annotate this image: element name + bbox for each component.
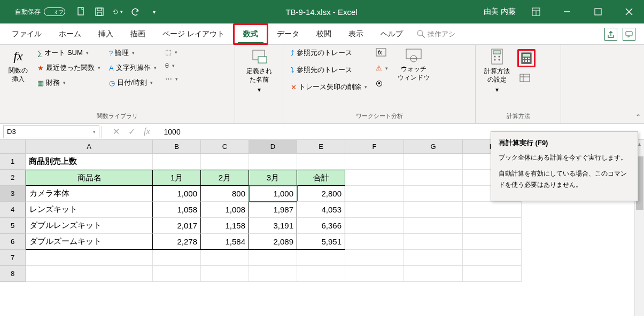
- collapse-ribbon-icon[interactable]: ⌃: [635, 113, 641, 121]
- user-name[interactable]: 由美 内藤: [484, 7, 516, 17]
- col-header-B[interactable]: B: [153, 140, 201, 154]
- cell-G4[interactable]: [404, 202, 463, 218]
- cell-A4[interactable]: レンズキット: [26, 202, 153, 218]
- cell-C6[interactable]: 1,584: [201, 234, 249, 250]
- cell-A2[interactable]: 商品名: [26, 170, 153, 186]
- row-header-1[interactable]: 1: [0, 154, 26, 170]
- cell-D4[interactable]: 1,987: [249, 202, 297, 218]
- qat-dropdown-icon[interactable]: ▾: [149, 6, 159, 17]
- autosave-toggle[interactable]: 自動保存 オフ: [15, 7, 65, 17]
- cell-G1[interactable]: [404, 154, 463, 170]
- cell-A8[interactable]: [26, 266, 153, 282]
- name-box[interactable]: D3 ▾: [3, 125, 99, 138]
- evaluate-formula-button[interactable]: ⦿: [374, 78, 390, 89]
- watch-window-button[interactable]: ウォッチ ウィンドウ: [394, 47, 433, 111]
- cell-E3[interactable]: 2,800: [297, 186, 345, 202]
- tab-view[interactable]: 表示: [340, 25, 372, 43]
- cell-C8[interactable]: [201, 266, 249, 282]
- tab-insert[interactable]: 挿入: [90, 25, 122, 43]
- cell-A5[interactable]: ダブルレンズキット: [26, 218, 153, 234]
- tab-file[interactable]: ファイル: [3, 25, 50, 43]
- col-header-F[interactable]: F: [345, 140, 404, 154]
- error-checking-button[interactable]: ⚠▾: [374, 63, 390, 73]
- insert-function-button[interactable]: fx 関数の 挿入: [5, 47, 31, 111]
- cell-G2[interactable]: [404, 170, 463, 186]
- col-header-D[interactable]: D: [249, 140, 297, 154]
- cell-C3[interactable]: 800: [201, 186, 249, 202]
- cell-H8[interactable]: [463, 266, 522, 282]
- row-header-6[interactable]: 6: [0, 234, 26, 250]
- tab-home[interactable]: ホーム: [50, 25, 90, 43]
- ribbon-options-icon[interactable]: [525, 1, 547, 22]
- cell-H7[interactable]: [463, 250, 522, 266]
- cell-D5[interactable]: 3,191: [249, 218, 297, 234]
- cell-B6[interactable]: 2,278: [153, 234, 201, 250]
- math-button[interactable]: θ▾: [163, 60, 180, 70]
- cell-D1[interactable]: [249, 154, 297, 170]
- select-all-corner[interactable]: [0, 140, 26, 154]
- redo-icon[interactable]: [130, 6, 141, 17]
- cell-F4[interactable]: [345, 202, 404, 218]
- enter-icon[interactable]: ✓: [128, 127, 135, 137]
- cell-F5[interactable]: [345, 218, 404, 234]
- close-button[interactable]: [618, 1, 640, 22]
- cell-E1[interactable]: [297, 154, 345, 170]
- recent-functions-button[interactable]: ★最近使った関数▾: [35, 62, 103, 74]
- text-button[interactable]: A文字列操作▾: [107, 62, 159, 74]
- defined-names-button[interactable]: 定義され た名前▾: [243, 47, 275, 119]
- cell-B8[interactable]: [153, 266, 201, 282]
- cell-E7[interactable]: [297, 250, 345, 266]
- cell-E5[interactable]: 6,366: [297, 218, 345, 234]
- cell-B5[interactable]: 2,017: [153, 218, 201, 234]
- trace-dependents-button[interactable]: ⤵参照先のトレース: [289, 64, 369, 76]
- tab-formulas[interactable]: 数式: [233, 23, 268, 45]
- show-formulas-button[interactable]: fx: [374, 47, 390, 58]
- cell-B1[interactable]: [153, 154, 201, 170]
- col-header-A[interactable]: A: [26, 140, 153, 154]
- more-functions-button[interactable]: ⋯▾: [163, 74, 180, 84]
- cell-A6[interactable]: ダブルズームキット: [26, 234, 153, 250]
- cell-G7[interactable]: [404, 250, 463, 266]
- cell-G8[interactable]: [404, 266, 463, 282]
- comments-button[interactable]: [623, 28, 635, 41]
- calc-options-button[interactable]: 計算方法 の設定▾: [481, 47, 513, 111]
- lookup-button[interactable]: ⬚▾: [163, 47, 180, 57]
- row-header-2[interactable]: 2: [0, 170, 26, 186]
- cell-G6[interactable]: [404, 234, 463, 250]
- undo-icon[interactable]: ▾: [112, 6, 123, 17]
- financial-button[interactable]: ▦財務▾: [35, 77, 103, 89]
- cell-E6[interactable]: 5,951: [297, 234, 345, 250]
- cell-D6[interactable]: 2,089: [249, 234, 297, 250]
- cell-D8[interactable]: [249, 266, 297, 282]
- logical-button[interactable]: ?論理▾: [107, 47, 159, 59]
- cell-F8[interactable]: [345, 266, 404, 282]
- calculate-sheet-button[interactable]: [517, 73, 536, 84]
- cell-G3[interactable]: [404, 186, 463, 202]
- col-header-E[interactable]: E: [297, 140, 345, 154]
- cell-C7[interactable]: [201, 250, 249, 266]
- cell-B3[interactable]: 1,000: [153, 186, 201, 202]
- cell-H5[interactable]: [463, 218, 522, 234]
- cell-A7[interactable]: [26, 250, 153, 266]
- cell-B4[interactable]: 1,058: [153, 202, 201, 218]
- date-time-button[interactable]: ◷日付/時刻▾: [107, 77, 159, 89]
- cell-E8[interactable]: [297, 266, 345, 282]
- row-header-7[interactable]: 7: [0, 250, 26, 266]
- cell-F1[interactable]: [345, 154, 404, 170]
- tab-draw[interactable]: 描画: [122, 25, 154, 43]
- cell-C2[interactable]: 2月: [201, 170, 249, 186]
- cell-C5[interactable]: 1,158: [201, 218, 249, 234]
- cell-F3[interactable]: [345, 186, 404, 202]
- cell-D3[interactable]: 1,000: [249, 186, 297, 202]
- row-header-8[interactable]: 8: [0, 266, 26, 282]
- tab-data[interactable]: データ: [268, 25, 308, 43]
- cell-D2[interactable]: 3月: [249, 170, 297, 186]
- cell-F2[interactable]: [345, 170, 404, 186]
- cell-E4[interactable]: 4,053: [297, 202, 345, 218]
- cell-C1[interactable]: [201, 154, 249, 170]
- row-header-5[interactable]: 5: [0, 218, 26, 234]
- col-header-C[interactable]: C: [201, 140, 249, 154]
- cell-H4[interactable]: [463, 202, 522, 218]
- cell-B2[interactable]: 1月: [153, 170, 201, 186]
- save-icon[interactable]: [94, 6, 105, 17]
